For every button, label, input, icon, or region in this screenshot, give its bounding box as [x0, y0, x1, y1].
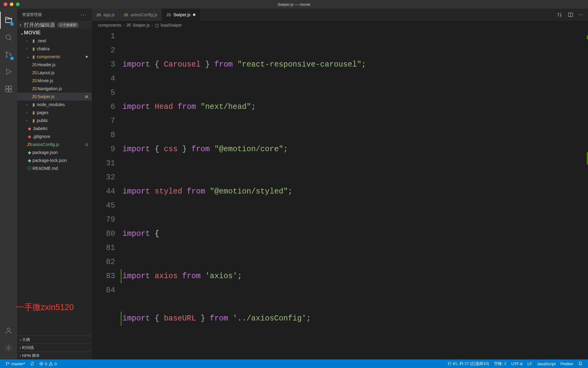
svg-point-8: [7, 328, 10, 331]
open-editors-section[interactable]: › 打开的编辑器 1 个未保存: [17, 21, 92, 29]
file-movie-js[interactable]: JSMovie.js: [17, 77, 92, 85]
timeline-section[interactable]: › 时间线: [17, 343, 92, 351]
split-editor-icon[interactable]: [568, 12, 573, 17]
close-window-button[interactable]: [4, 2, 7, 6]
eol[interactable]: LF: [525, 361, 534, 366]
file-navigation-js[interactable]: JSNavigation.js: [17, 85, 92, 93]
more-actions-icon[interactable]: ···: [579, 12, 583, 18]
cursor-position[interactable]: 行 81, 列 27 (已选择10): [445, 361, 492, 366]
dirty-indicator-icon: [193, 13, 195, 16]
statusbar: master* 0 0 行 81, 列 27 (已选择10) 空格: 2 UTF…: [0, 359, 588, 368]
notifications-icon[interactable]: [576, 361, 585, 366]
breadcrumbs[interactable]: components › JS Swiper.js › ◫ loadSwiper: [92, 21, 588, 29]
svg-rect-7: [9, 89, 12, 92]
watermark-text: 一手微zxin5120: [16, 302, 74, 313]
folder-node-modules[interactable]: ›▮node_modules: [17, 101, 92, 109]
svg-point-3: [10, 54, 11, 55]
file-package-json[interactable]: ◆package.json: [17, 148, 92, 156]
maximize-window-button[interactable]: [16, 2, 20, 6]
explorer-icon[interactable]: 1: [0, 12, 17, 29]
svg-point-0: [6, 35, 10, 39]
source-control-icon[interactable]: 2: [0, 46, 17, 63]
tab-swiper-js[interactable]: JSSwiper.js: [162, 9, 200, 21]
outline-section[interactable]: › 大纲: [17, 335, 92, 343]
folder-next[interactable]: ›▮.next: [17, 37, 92, 45]
code-editor[interactable]: 1 2 3 4 5 6 7 8 9 31 32 44 45 79 80 81 8…: [92, 29, 588, 359]
sidebar-more-icon[interactable]: ···: [81, 12, 87, 18]
editor-area: JSapp.js JSaxiosConfig.js JSSwiper.js ··…: [92, 9, 588, 359]
npm-scripts-section[interactable]: › NPM 脚本: [17, 351, 92, 359]
editor-tabs: JSapp.js JSaxiosConfig.js JSSwiper.js ··…: [92, 9, 588, 21]
file-header-js[interactable]: JSHeader.js: [17, 61, 92, 69]
folder-public[interactable]: ›▮public: [17, 117, 92, 125]
sync-icon[interactable]: [28, 362, 37, 366]
problems[interactable]: 0 0: [37, 362, 59, 366]
sidebar-title: 资源管理器: [22, 12, 42, 17]
encoding[interactable]: UTF-8: [509, 361, 525, 366]
compare-changes-icon[interactable]: [557, 12, 562, 17]
svg-rect-4: [6, 86, 8, 89]
account-icon[interactable]: [0, 322, 17, 339]
titlebar: Swiper.js — movie: [0, 0, 588, 9]
file-axiosconfig-js[interactable]: JSaxiosConfig.jsU: [17, 140, 92, 148]
svg-rect-6: [6, 89, 8, 92]
svg-point-12: [6, 364, 7, 365]
unsaved-badge: 1 个未保存: [58, 22, 79, 28]
extensions-icon[interactable]: [0, 80, 17, 98]
tab-app-js[interactable]: JSapp.js: [92, 9, 119, 21]
indentation[interactable]: 空格: 2: [492, 361, 509, 366]
activity-bar: 1 2: [0, 9, 17, 359]
project-root[interactable]: ⌄ MOVIE: [17, 29, 92, 37]
file-package-lock-json[interactable]: ◆package-lock.json: [17, 156, 92, 164]
line-numbers: 1 2 3 4 5 6 7 8 9 31 32 44 45 79 80 81 8…: [92, 29, 123, 359]
window-title: Swiper.js — movie: [278, 2, 311, 7]
file-readme-md[interactable]: ⓘREADME.md: [17, 164, 92, 172]
folder-components[interactable]: ⌄▮components: [17, 53, 92, 61]
svg-point-11: [6, 362, 7, 363]
git-branch[interactable]: master*: [3, 362, 28, 366]
search-icon[interactable]: [0, 29, 17, 46]
file-swiper-js[interactable]: JSSwiper.jsM: [17, 93, 92, 101]
minimize-window-button[interactable]: [10, 2, 13, 6]
folder-pages[interactable]: ›▮pages: [17, 109, 92, 117]
language-mode[interactable]: JavaScript: [534, 361, 558, 366]
svg-point-9: [8, 347, 10, 349]
svg-rect-5: [9, 86, 12, 89]
file-babelrc[interactable]: ◆.babelrc: [17, 125, 92, 132]
window-controls: [0, 2, 20, 6]
tab-axiosconfig-js[interactable]: JSaxiosConfig.js: [119, 9, 162, 21]
sidebar-header: 资源管理器 ···: [17, 9, 92, 21]
file-gitignore[interactable]: ◆.gitignore: [17, 132, 92, 140]
file-layout-js[interactable]: JSLayout.js: [17, 69, 92, 77]
folder-chakra[interactable]: ›▮chakra: [17, 45, 92, 53]
minimap[interactable]: [584, 29, 588, 359]
settings-gear-icon[interactable]: [0, 339, 17, 356]
svg-point-2: [6, 56, 7, 57]
run-debug-icon[interactable]: [0, 63, 17, 80]
svg-point-1: [6, 52, 7, 53]
prettier-status[interactable]: Prettier: [558, 361, 576, 366]
